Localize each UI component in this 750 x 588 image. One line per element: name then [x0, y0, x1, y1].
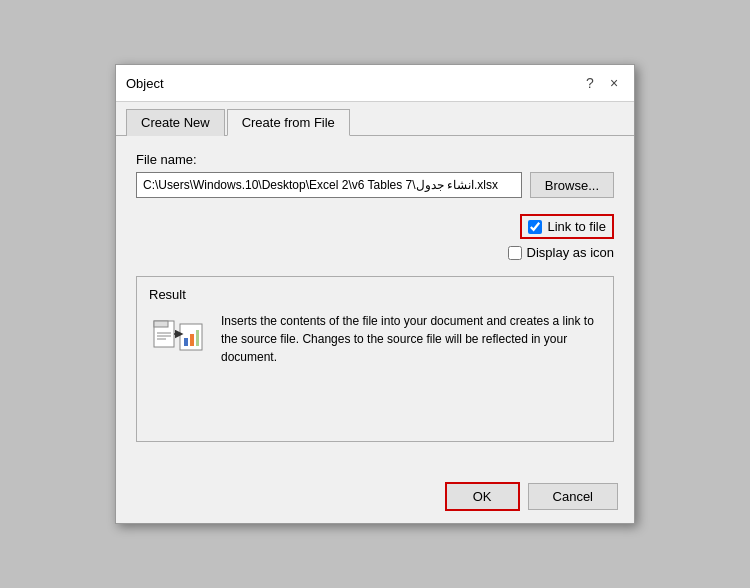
result-title: Result — [149, 287, 601, 302]
svg-rect-1 — [154, 321, 168, 327]
dialog-body: File name: Browse... Link to file Displa… — [116, 136, 634, 474]
link-to-file-checkbox[interactable] — [528, 220, 542, 234]
title-bar: Object ? × — [116, 65, 634, 102]
link-to-file-row: Link to file — [520, 214, 614, 239]
dialog-title: Object — [126, 76, 164, 99]
tab-bar: Create New Create from File — [116, 102, 634, 136]
file-name-label: File name: — [136, 152, 614, 167]
file-name-row: Browse... — [136, 172, 614, 198]
title-bar-left: Object — [126, 76, 164, 99]
display-as-icon-row: Display as icon — [508, 245, 614, 260]
file-name-input[interactable] — [136, 172, 522, 198]
display-as-icon-checkbox[interactable] — [508, 246, 522, 260]
tab-create-new[interactable]: Create New — [126, 109, 225, 136]
close-button[interactable]: × — [604, 73, 624, 93]
ok-button[interactable]: OK — [445, 482, 520, 511]
help-button[interactable]: ? — [580, 73, 600, 93]
result-icon — [149, 312, 209, 366]
result-description: Inserts the contents of the file into yo… — [221, 312, 601, 366]
browse-button[interactable]: Browse... — [530, 172, 614, 198]
result-group: Result — [136, 276, 614, 442]
result-content: Inserts the contents of the file into yo… — [149, 312, 601, 366]
link-icon — [152, 316, 207, 366]
title-bar-controls: ? × — [580, 73, 624, 101]
dialog-footer: OK Cancel — [116, 474, 634, 523]
checkboxes-area: Link to file Display as icon — [136, 214, 614, 260]
link-to-file-label[interactable]: Link to file — [547, 219, 606, 234]
svg-rect-8 — [196, 330, 199, 346]
display-as-icon-label[interactable]: Display as icon — [527, 245, 614, 260]
object-dialog: Object ? × Create New Create from File F… — [115, 64, 635, 524]
tab-create-from-file[interactable]: Create from File — [227, 109, 350, 136]
svg-rect-6 — [184, 338, 188, 346]
cancel-button[interactable]: Cancel — [528, 483, 618, 510]
svg-rect-7 — [190, 334, 194, 346]
